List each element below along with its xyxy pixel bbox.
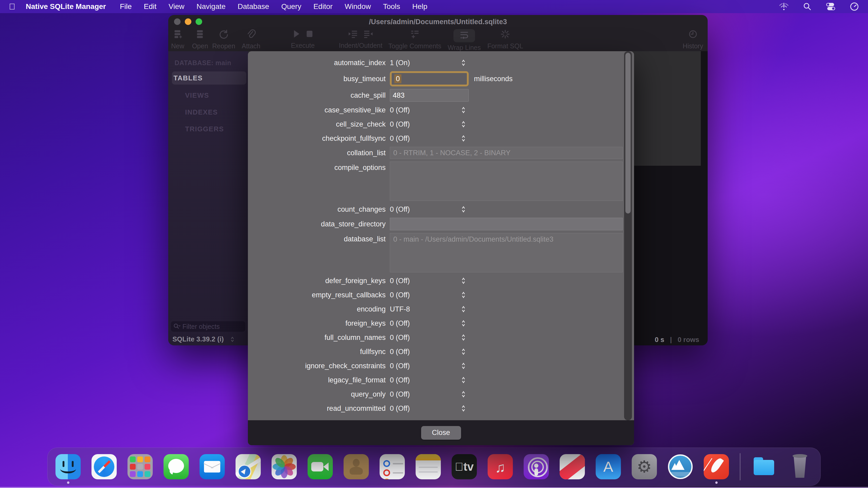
defer-foreign-keys-popup[interactable]: 0 (Off): [390, 275, 471, 287]
dock-app-store-icon[interactable]: A: [596, 454, 621, 479]
dock-maps-icon[interactable]: [236, 454, 261, 479]
running-indicator: [67, 482, 69, 484]
case-sensitive-like-popup[interactable]: 0 (Off): [390, 104, 471, 116]
screen-bottom-edge: [0, 487, 868, 488]
dock-facetime-icon[interactable]: [308, 454, 333, 479]
dock-finder-icon[interactable]: [56, 454, 81, 479]
history-button[interactable]: History: [683, 29, 703, 50]
read-uncommitted-popup[interactable]: 0 (Off): [390, 403, 471, 414]
pragma-row: cell_size_check 0 (Off): [248, 119, 634, 130]
sidebar-item-indexes[interactable]: INDEXES: [172, 106, 246, 118]
compile-options-field[interactable]: [390, 162, 623, 201]
menu-window[interactable]: Window: [339, 0, 377, 13]
dock-news-icon[interactable]: [560, 454, 585, 479]
dock-photos-icon[interactable]: [272, 454, 297, 479]
dock-mountain-app-icon[interactable]: [668, 454, 693, 479]
app-menu-title[interactable]: Native SQLite Manager: [26, 2, 106, 11]
dock-messages-icon[interactable]: [163, 454, 189, 479]
wrap-lines-button[interactable]: Wrap Lines: [448, 29, 481, 52]
empty-result-callbacks-popup[interactable]: 0 (Off): [390, 289, 471, 301]
dock-contacts-icon[interactable]: [344, 454, 369, 479]
automatic-index-popup[interactable]: 1 (On): [390, 57, 471, 69]
dialog-footer: Close: [248, 420, 634, 445]
full-column-names-popup[interactable]: 0 (Off): [390, 332, 471, 343]
version-stepper-icon[interactable]: [230, 336, 234, 343]
cell-size-check-popup[interactable]: 0 (Off): [390, 119, 471, 130]
dialog-scrollbar-thumb[interactable]: [625, 53, 631, 214]
menu-editor[interactable]: Editor: [307, 0, 339, 13]
legacy-file-format-popup[interactable]: 0 (Off): [390, 374, 471, 386]
menu-navigate[interactable]: Navigate: [191, 0, 232, 13]
menu-tools[interactable]: Tools: [377, 0, 406, 13]
fullfsync-popup[interactable]: 0 (Off): [390, 346, 471, 357]
menu-query[interactable]: Query: [275, 0, 307, 13]
dock-reminders-icon[interactable]: [380, 454, 405, 479]
sqlite-version-label: SQLite 3.39.2 (i): [173, 335, 224, 343]
new-document-icon: [173, 29, 182, 39]
stepper-icon: [461, 305, 466, 313]
stepper-icon: [461, 376, 466, 384]
indent-outdent-button[interactable]: Indent/Outdent: [339, 29, 382, 50]
spotlight-search-icon[interactable]: [803, 2, 812, 11]
query-only-popup[interactable]: 0 (Off): [390, 388, 471, 400]
pragma-row: ignore_check_constraints 0 (Off): [248, 360, 634, 372]
pragma-row: full_column_names 0 (Off): [248, 332, 634, 343]
menu-view[interactable]: View: [162, 0, 190, 13]
control-center-icon[interactable]: [826, 2, 836, 11]
encoding-popup[interactable]: UTF-8: [390, 303, 471, 315]
pragma-row: count_changes 0 (Off): [248, 203, 634, 215]
ignore-check-constraints-popup[interactable]: 0 (Off): [390, 360, 471, 372]
filter-objects-input[interactable]: Filter objects: [171, 321, 245, 332]
reopen-button[interactable]: Reopen: [212, 29, 235, 50]
busy-timeout-field[interactable]: 0: [390, 71, 469, 87]
new-button[interactable]: New: [171, 29, 184, 50]
stepper-icon: [461, 134, 466, 142]
dock-trash-icon[interactable]: [787, 454, 812, 479]
open-button[interactable]: Open: [192, 29, 208, 50]
dock-apple-tv-icon[interactable]: tv: [452, 454, 477, 479]
count-changes-popup[interactable]: 0 (Off): [390, 203, 471, 215]
menu-file[interactable]: File: [114, 0, 138, 13]
clock-icon[interactable]: [849, 2, 859, 11]
menu-database[interactable]: Database: [231, 0, 275, 13]
dock-music-icon[interactable]: ♫: [488, 454, 513, 479]
dock-system-settings-icon[interactable]: ⚙: [632, 454, 657, 479]
stepper-icon: [461, 333, 466, 341]
dock-launchpad-icon[interactable]: [127, 454, 153, 479]
menu-help[interactable]: Help: [406, 0, 433, 13]
foreign-keys-popup[interactable]: 0 (Off): [390, 318, 471, 329]
dock-notes-icon[interactable]: [415, 454, 441, 479]
pragma-label: compile_options: [248, 162, 390, 172]
window-title: /Users/admin/Documents/Untitled.sqlite3: [168, 15, 708, 29]
stop-icon: [305, 29, 313, 39]
outdent-icon: [363, 29, 374, 39]
pragma-label: data_store_directory: [248, 220, 390, 228]
format-sql-button[interactable]: Format SQL: [487, 29, 523, 50]
stepper-icon: [461, 362, 466, 370]
dock-mail-icon[interactable]: [199, 454, 225, 479]
wifi-alert-icon[interactable]: [779, 2, 789, 11]
pragma-row: collation_list 0 - RTRIM, 1 - NOCASE, 2 …: [248, 147, 634, 159]
attach-button[interactable]: Attach: [242, 29, 260, 50]
history-clock-icon: [688, 29, 698, 39]
sidebar-item-tables[interactable]: TABLES: [172, 71, 246, 85]
execute-button[interactable]: Execute: [291, 29, 315, 50]
pragma-row: busy_timeout 0 milliseconds: [248, 71, 634, 87]
toggle-comments-button[interactable]: Toggle Comments: [388, 29, 441, 50]
checkpoint-fullfsync-popup[interactable]: 0 (Off): [390, 133, 471, 144]
apple-menu-icon[interactable]: : [9, 0, 15, 13]
pragma-label: database_list: [248, 233, 390, 243]
dock-downloads-folder-icon[interactable]: [751, 454, 777, 479]
pragma-settings-dialog: automatic_index 1 (On) busy_timeout 0 mi…: [248, 51, 634, 445]
pragma-row: query_only 0 (Off): [248, 388, 634, 400]
dock-native-sqlite-manager-icon[interactable]: [704, 454, 729, 479]
sidebar-item-views[interactable]: VIEWS: [172, 89, 246, 101]
dock-safari-icon[interactable]: [91, 454, 117, 479]
data-store-directory-field[interactable]: [390, 218, 623, 230]
pragma-row: legacy_file_format 0 (Off): [248, 374, 634, 386]
sidebar-item-triggers[interactable]: TRIGGERS: [172, 123, 246, 135]
dock-podcasts-icon[interactable]: [524, 454, 549, 479]
menu-edit[interactable]: Edit: [138, 0, 162, 13]
cache-spill-field[interactable]: 483: [390, 89, 469, 102]
close-button[interactable]: Close: [421, 426, 461, 440]
